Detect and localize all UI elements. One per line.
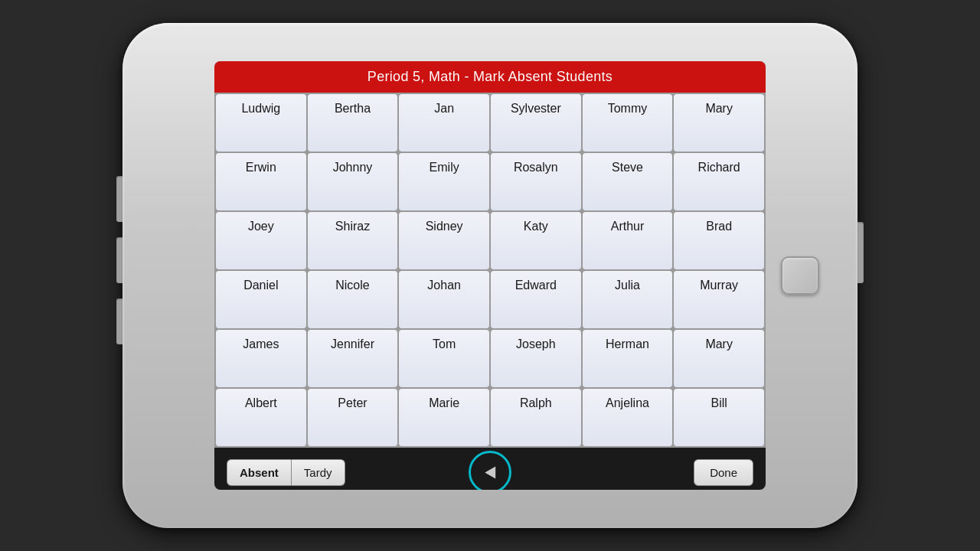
student-cell[interactable]: Emily <box>399 153 489 210</box>
student-cell[interactable]: Jennifer <box>308 330 398 387</box>
page-title: Period 5, Math - Mark Absent Students <box>368 69 612 84</box>
student-cell[interactable]: Ludwig <box>216 94 306 152</box>
student-cell[interactable]: Shiraz <box>308 212 398 269</box>
student-cell[interactable]: Katy <box>491 212 581 269</box>
student-cell[interactable]: Johan <box>399 271 489 328</box>
student-cell[interactable]: Albert <box>216 389 306 446</box>
home-button[interactable] <box>781 256 819 295</box>
student-cell[interactable]: Daniel <box>216 271 306 328</box>
student-cell[interactable]: Rosalyn <box>491 153 581 210</box>
student-cell[interactable]: Arthur <box>583 212 673 269</box>
student-cell[interactable]: Nicole <box>308 271 398 328</box>
app-screen: Period 5, Math - Mark Absent Students Lu… <box>214 61 766 490</box>
student-cell[interactable]: Julia <box>583 271 673 328</box>
absent-button[interactable]: Absent <box>227 459 292 486</box>
student-cell[interactable]: James <box>216 330 306 387</box>
done-button[interactable]: Done <box>694 459 753 486</box>
student-cell[interactable]: Tommy <box>583 94 673 152</box>
student-cell[interactable]: Anjelina <box>583 389 673 446</box>
student-cell[interactable]: Jan <box>399 94 489 152</box>
cursor-arrow-icon <box>485 466 501 481</box>
volume-down-button[interactable] <box>116 237 122 283</box>
student-cell[interactable]: Erwin <box>216 153 306 210</box>
title-bar: Period 5, Math - Mark Absent Students <box>214 61 766 93</box>
student-cell[interactable]: Herman <box>583 330 673 387</box>
power-button[interactable] <box>858 222 864 283</box>
phone-frame: Period 5, Math - Mark Absent Students Lu… <box>122 23 858 528</box>
student-cell[interactable]: Murray <box>674 271 764 328</box>
screen: Period 5, Math - Mark Absent Students Lu… <box>214 61 766 490</box>
student-cell[interactable]: Steve <box>583 153 673 210</box>
student-cell[interactable]: Sidney <box>399 212 489 269</box>
cursor-indicator <box>469 451 511 490</box>
student-cell[interactable]: Peter <box>308 389 398 446</box>
student-cell[interactable]: Mary <box>674 94 764 152</box>
student-cell[interactable]: Joseph <box>491 330 581 387</box>
student-cell[interactable]: Bill <box>674 389 764 446</box>
bottom-toolbar: Absent Tardy Done <box>214 448 766 490</box>
student-cell[interactable]: Ralph <box>491 389 581 446</box>
student-cell[interactable]: Brad <box>674 212 764 269</box>
student-cell[interactable]: Johnny <box>308 153 398 210</box>
student-grid: LudwigBerthaJanSylvesterTommyMaryErwinJo… <box>214 93 766 448</box>
student-cell[interactable]: Joey <box>216 212 306 269</box>
student-cell[interactable]: Mary <box>674 330 764 387</box>
student-cell[interactable]: Bertha <box>308 94 398 152</box>
student-cell[interactable]: Richard <box>674 153 764 210</box>
student-cell[interactable]: Tom <box>399 330 489 387</box>
mute-button[interactable] <box>116 298 122 344</box>
student-cell[interactable]: Marie <box>399 389 489 446</box>
student-cell[interactable]: Edward <box>491 271 581 328</box>
student-cell[interactable]: Sylvester <box>491 94 581 152</box>
tardy-button[interactable]: Tardy <box>292 459 345 486</box>
volume-up-button[interactable] <box>116 176 122 222</box>
